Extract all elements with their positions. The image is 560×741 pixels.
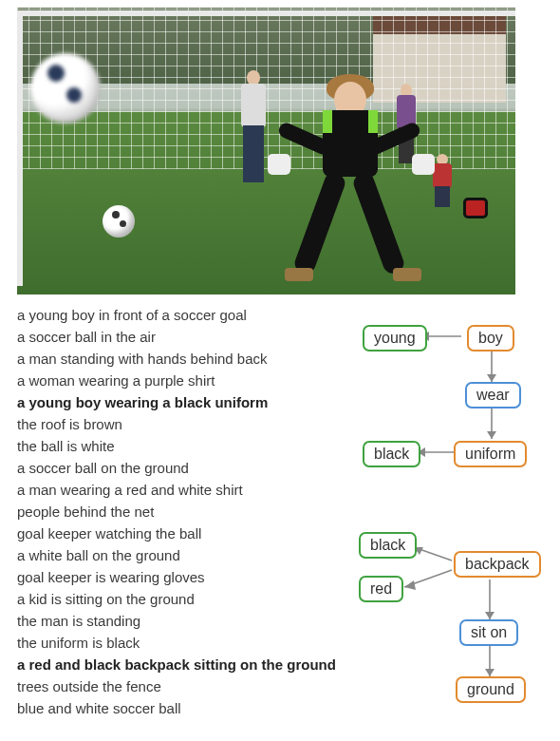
- caption-line: the ball is white: [17, 435, 330, 457]
- graph-node-black2: black: [359, 532, 417, 559]
- svg-marker-15: [485, 669, 495, 676]
- caption-line: goal keeper watching the ball: [17, 522, 330, 544]
- goal-post: [17, 10, 23, 286]
- graph-node-siton: sit on: [459, 619, 518, 646]
- svg-marker-13: [485, 612, 495, 619]
- scene-graph-uniform: young boy wear black uniform: [342, 319, 555, 500]
- graph-node-uniform: uniform: [454, 441, 527, 467]
- caption-line: the man is standing: [17, 610, 330, 632]
- goal-crossbar: [17, 10, 515, 16]
- graph-node-young: young: [363, 325, 427, 352]
- caption-line: people behind the net: [17, 501, 330, 522]
- caption-line: a red and black backpack sitting on the …: [17, 654, 330, 675]
- caption-line: a kid is sitting on the ground: [17, 588, 330, 610]
- svg-marker-5: [487, 431, 496, 439]
- soccer-ball-air: [30, 53, 101, 124]
- graph-node-ground: ground: [456, 676, 526, 703]
- caption-line: a young boy in front of a soccer goal: [17, 304, 330, 326]
- caption-line: a man standing with hands behind back: [17, 348, 330, 370]
- graph-node-red: red: [359, 576, 403, 602]
- scene-graph-backpack: black red backpack sit on ground: [342, 528, 555, 718]
- scene-image: [17, 8, 515, 294]
- svg-marker-11: [404, 580, 416, 590]
- caption-line: the roof is brown: [17, 413, 330, 435]
- caption-line: a woman wearing a purple shirt: [17, 370, 330, 391]
- caption-line: goal keeper is wearing gloves: [17, 566, 330, 588]
- caption-line: a soccer ball on the ground: [17, 457, 330, 479]
- scene-graphs: young boy wear black uniform black red b…: [342, 310, 555, 737]
- goal-keeper: [271, 82, 442, 291]
- graph-node-boy: boy: [467, 325, 514, 352]
- backpack: [463, 198, 488, 218]
- graph-node-wear: wear: [465, 382, 521, 408]
- caption-line: the uniform is black: [17, 632, 330, 654]
- caption-line: a soccer ball in the air: [17, 326, 330, 348]
- svg-marker-3: [487, 374, 496, 382]
- man-spectator: [237, 70, 270, 203]
- caption-line: a young boy wearing a black uniform: [17, 391, 330, 413]
- caption-line: blue and white soccer ball: [17, 697, 330, 719]
- graph-node-backpack: backpack: [454, 551, 541, 578]
- caption-list: a young boy in front of a soccer goala s…: [17, 304, 330, 719]
- graph-node-black: black: [363, 441, 420, 467]
- caption-line: a white ball on the ground: [17, 544, 330, 566]
- soccer-ball-ground: [103, 205, 135, 238]
- caption-line: a man wearing a red and white shirt: [17, 479, 330, 501]
- caption-line: trees outside the fence: [17, 675, 330, 697]
